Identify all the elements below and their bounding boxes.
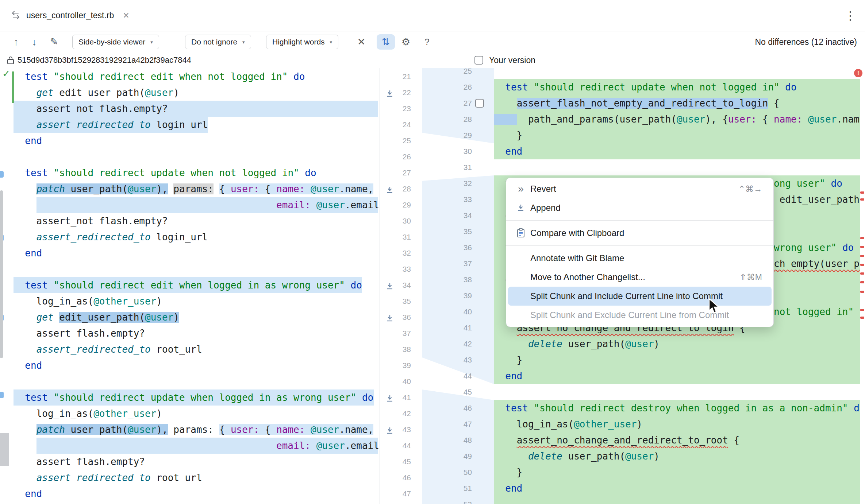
error-stripe-mark[interactable] bbox=[860, 246, 864, 248]
error-stripe-mark[interactable] bbox=[860, 317, 864, 319]
code-token: assert_not flash.empty? bbox=[14, 103, 168, 114]
code-token: log_in_as( bbox=[14, 296, 93, 307]
code-line-left[interactable] bbox=[0, 373, 380, 389]
code-line-left[interactable]: email: @user.email bbox=[0, 438, 380, 454]
more-options-icon[interactable]: ⋮ bbox=[845, 9, 856, 23]
code-token: patch bbox=[36, 424, 65, 435]
code-line-left[interactable]: assert_not flash.empty? bbox=[0, 101, 380, 117]
code-line-right[interactable]: end bbox=[494, 368, 865, 384]
code-line-right[interactable] bbox=[494, 159, 865, 175]
viewer-mode-dropdown[interactable]: Side-by-side viewer ▾ bbox=[72, 35, 159, 49]
collapse-unchanged-icon[interactable]: ✕ bbox=[353, 36, 369, 48]
edit-source-button[interactable]: ✎ bbox=[47, 36, 61, 48]
apply-change-icon[interactable] bbox=[385, 393, 394, 402]
context-menu-item[interactable]: Annotate with Git Blame bbox=[508, 249, 772, 268]
code-line-left[interactable]: test "should redirect update when not lo… bbox=[0, 165, 380, 181]
code-line-right[interactable]: path_and_params(user_path(@user), {user:… bbox=[494, 111, 865, 127]
code-line-left[interactable]: test "should redirect update when logged… bbox=[0, 389, 380, 406]
settings-gear-icon[interactable]: ⚙ bbox=[398, 36, 414, 48]
error-stripe-mark[interactable] bbox=[860, 272, 864, 275]
code-line-right[interactable]: test "should redirect update when not lo… bbox=[494, 79, 865, 95]
previous-change-button[interactable]: ↑ bbox=[9, 36, 23, 48]
highlight-mode-dropdown[interactable]: Highlight words ▾ bbox=[266, 35, 338, 49]
code-line-right[interactable] bbox=[494, 384, 865, 400]
code-line-right[interactable] bbox=[494, 496, 865, 504]
code-token bbox=[48, 167, 54, 178]
error-stripe-mark[interactable] bbox=[860, 264, 864, 266]
left-gutter-cell: 25 bbox=[380, 133, 422, 149]
code-line-right[interactable]: } bbox=[494, 352, 865, 368]
code-line-right[interactable]: } bbox=[494, 127, 865, 143]
code-line-left[interactable]: assert_not flash.empty? bbox=[0, 213, 380, 229]
code-line-left[interactable]: assert_redirected_to root_url bbox=[0, 470, 380, 486]
code-line-left[interactable]: assert flash.empty? bbox=[0, 325, 380, 341]
code-line-left[interactable]: get edit_user_path(@user) bbox=[0, 85, 380, 101]
whitespace-ignore-dropdown[interactable]: Do not ignore ▾ bbox=[185, 35, 251, 49]
code-line-left[interactable]: test "should redirect edit when not logg… bbox=[0, 69, 380, 85]
code-line-left[interactable]: email: @user.email bbox=[0, 197, 380, 213]
error-stripe-mark[interactable] bbox=[860, 255, 864, 257]
context-menu-item[interactable]: Split Chunk and Include Current Line int… bbox=[508, 287, 772, 306]
context-menu-item[interactable]: Compare with Clipboard bbox=[508, 224, 772, 243]
code-line-left[interactable]: assert_redirected_to login_url bbox=[0, 229, 380, 245]
error-indicator[interactable]: ! bbox=[854, 69, 862, 77]
code-token bbox=[14, 360, 25, 371]
error-stripe-mark[interactable] bbox=[860, 237, 864, 239]
code-line-left[interactable]: assert_redirected_to login_url bbox=[0, 117, 380, 133]
error-stripe-mark[interactable] bbox=[860, 291, 864, 293]
code-line-right[interactable]: end bbox=[494, 143, 865, 159]
apply-change-icon[interactable] bbox=[385, 185, 394, 193]
code-line-left[interactable] bbox=[0, 149, 380, 165]
code-line-left[interactable]: end bbox=[0, 357, 380, 373]
error-stripe[interactable] bbox=[860, 68, 865, 504]
left-scrollbar-thumb[interactable] bbox=[0, 190, 3, 358]
close-tab-icon[interactable]: ✕ bbox=[123, 11, 129, 20]
code-token bbox=[825, 178, 831, 189]
code-line-right[interactable]: delete user_path(@user) bbox=[494, 336, 865, 352]
code-line-left[interactable]: end bbox=[0, 133, 380, 149]
code-line-right[interactable]: delete user_path(@user) bbox=[494, 448, 865, 464]
error-stripe-mark[interactable] bbox=[860, 281, 864, 283]
code-token: test bbox=[25, 392, 48, 403]
context-menu-item[interactable]: Append bbox=[508, 198, 772, 217]
code-line-left[interactable]: test "should redirect edit when logged i… bbox=[0, 277, 380, 293]
code-line-right[interactable]: end bbox=[494, 480, 865, 496]
apply-change-icon[interactable] bbox=[385, 88, 394, 97]
code-line-right[interactable] bbox=[494, 68, 865, 79]
code-line-right[interactable]: } bbox=[494, 464, 865, 480]
error-stripe-mark[interactable] bbox=[860, 198, 864, 201]
code-token: } bbox=[494, 467, 522, 478]
code-line-left[interactable]: log_in_as(@other_user) bbox=[0, 406, 380, 422]
code-token bbox=[14, 424, 36, 435]
code-line-left[interactable]: end bbox=[0, 245, 380, 261]
code-line-right[interactable]: assert_no_change_and_redirect_to_root { bbox=[494, 432, 865, 448]
code-line-right[interactable]: test "should redirect destroy when logge… bbox=[494, 400, 865, 416]
code-line-left[interactable]: get edit_user_path(@user) bbox=[0, 309, 380, 325]
code-token bbox=[802, 114, 808, 125]
apply-change-icon[interactable] bbox=[385, 313, 394, 322]
code-line-left[interactable]: patch user_path(@user), params: { user: … bbox=[0, 181, 380, 197]
help-icon[interactable]: ? bbox=[420, 37, 434, 47]
error-stripe-mark[interactable] bbox=[860, 191, 864, 194]
code-line-left[interactable]: end bbox=[0, 486, 380, 502]
code-line-left[interactable]: patch user_path(@user), params: { user: … bbox=[0, 422, 380, 438]
code-line-left[interactable]: log_in_as(@other_user) bbox=[0, 293, 380, 309]
code-token: delete bbox=[528, 338, 562, 349]
code-line-left[interactable]: assert_redirected_to root_url bbox=[0, 341, 380, 357]
code-line-left[interactable] bbox=[0, 261, 380, 277]
code-token: end bbox=[25, 488, 42, 499]
apply-change-icon[interactable] bbox=[385, 425, 394, 434]
sync-scrolling-toggle[interactable]: ⇅ bbox=[377, 34, 395, 50]
your-version-checkbox[interactable] bbox=[474, 56, 483, 65]
code-line-right[interactable]: assert_flash_not_empty_and_redirect_to_l… bbox=[494, 95, 865, 111]
apply-change-icon[interactable] bbox=[385, 281, 394, 290]
code-line-right[interactable]: log_in_as(@other_user) bbox=[494, 416, 865, 432]
tab-users-controller-test[interactable]: users_controller_test.rb ✕ bbox=[0, 0, 137, 31]
context-menu-item[interactable]: Move to Another Changelist...⇧⌘M bbox=[508, 268, 772, 287]
error-stripe-mark[interactable] bbox=[860, 309, 864, 311]
menu-separator bbox=[506, 245, 773, 246]
include-line-checkbox[interactable] bbox=[475, 99, 484, 108]
next-change-button[interactable]: ↓ bbox=[28, 36, 41, 48]
context-menu-item[interactable]: »Revert⌃⌘→ bbox=[508, 179, 772, 198]
code-line-left[interactable]: assert flash.empty? bbox=[0, 454, 380, 470]
